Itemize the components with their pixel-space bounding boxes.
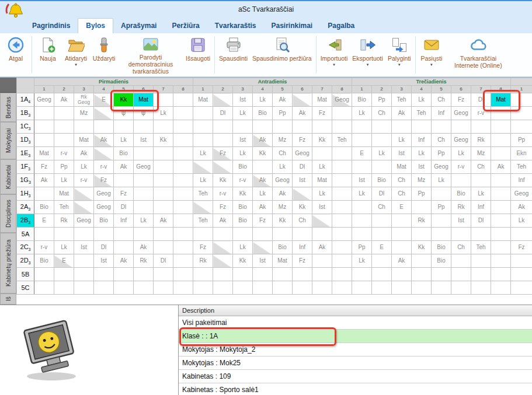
class-row-label-1a[interactable]: 1A4 xyxy=(17,93,34,107)
timetable-cell[interactable] xyxy=(54,107,74,120)
timetable-cell[interactable] xyxy=(293,268,312,281)
eksportuoti-button[interactable]: Eksportuoti▾ xyxy=(350,34,385,75)
timetable-cell[interactable] xyxy=(412,281,432,295)
timetable-cell[interactable]: Ak xyxy=(94,134,114,147)
timetable-cell[interactable]: Rk xyxy=(412,214,432,228)
timetable-cell[interactable] xyxy=(193,201,213,214)
timetable-cell[interactable] xyxy=(511,254,532,268)
timetable-cell[interactable] xyxy=(233,281,253,295)
timetable-cell[interactable]: Ch xyxy=(432,93,451,107)
timetable-cell[interactable]: Pp xyxy=(372,93,392,107)
class-row-label-2b[interactable]: 2B3 xyxy=(17,214,34,228)
timetable-cell[interactable]: Ch xyxy=(471,160,491,174)
timetable-cell[interactable]: Lk xyxy=(352,187,372,201)
timetable-cell[interactable] xyxy=(412,201,432,214)
timetable-cell[interactable] xyxy=(173,174,193,187)
timetable-cell[interactable] xyxy=(193,160,213,174)
tvarkaraščiai-internete-online-button[interactable]: Tvarkaraščiai Internete (Online) xyxy=(446,34,511,75)
timetable-cell[interactable]: Ak xyxy=(253,134,273,147)
timetable-cell[interactable] xyxy=(412,268,432,281)
timetable-cell[interactable] xyxy=(114,228,134,241)
timetable-cell[interactable]: Geog xyxy=(34,93,54,107)
timetable-cell[interactable] xyxy=(154,174,173,187)
timetable-cell[interactable]: Dl xyxy=(114,201,134,214)
timetable-cell[interactable] xyxy=(193,134,213,147)
timetable-cell[interactable] xyxy=(293,228,312,241)
timetable-cell[interactable] xyxy=(511,281,532,295)
timetable-cell[interactable]: Geog xyxy=(451,134,471,147)
class-row-label-1g[interactable]: 1G3 xyxy=(17,174,34,187)
timetable-cell[interactable] xyxy=(74,120,94,134)
timetable-cell[interactable]: Lk xyxy=(412,93,432,107)
timetable-cell[interactable]: Lk xyxy=(233,241,253,254)
timetable-cell[interactable]: Geog xyxy=(74,214,94,228)
timetable-cell[interactable] xyxy=(451,268,471,281)
timetable-cell[interactable]: Ist xyxy=(451,214,471,228)
timetable-cell[interactable]: Kk xyxy=(412,241,432,254)
timetable-cell[interactable]: Kk xyxy=(233,187,253,201)
timetable-cell[interactable]: Mz xyxy=(273,134,293,147)
timetable-cell[interactable] xyxy=(193,120,213,134)
timetable-cell[interactable] xyxy=(293,120,312,134)
timetable-cell[interactable] xyxy=(332,107,352,120)
timetable-cell[interactable] xyxy=(154,268,173,281)
timetable-cell[interactable]: Kk xyxy=(154,134,173,147)
timetable-cell[interactable]: Ak xyxy=(253,174,273,187)
timetable-cell[interactable]: Ak xyxy=(293,107,312,120)
timetable-cell[interactable] xyxy=(372,160,392,174)
timetable-cell[interactable] xyxy=(34,187,54,201)
timetable-cell[interactable]: Lk xyxy=(253,93,273,107)
timetable-cell[interactable] xyxy=(273,268,293,281)
side-tab-kabinetų-priežiūra[interactable]: Kabinetų priežiūra xyxy=(0,233,16,293)
class-row-label-5a[interactable]: 5A xyxy=(17,228,34,241)
timetable-cell[interactable]: Kk xyxy=(114,93,134,107)
timetable-cell[interactable]: Lk xyxy=(392,134,412,147)
timetable-cell[interactable]: Ak xyxy=(491,160,511,174)
timetable-cell[interactable]: Fz xyxy=(213,201,233,214)
timetable-cell[interactable]: Mat xyxy=(273,254,293,268)
timetable-cell[interactable]: Ist xyxy=(352,174,372,187)
side-tab-mokytojai[interactable]: Mokytojai xyxy=(0,122,16,159)
timetable-cell[interactable] xyxy=(372,268,392,281)
timetable-cell[interactable]: Ak xyxy=(74,147,94,160)
timetable-cell[interactable]: Fz xyxy=(94,174,114,187)
timetable-cell[interactable]: r-v xyxy=(34,241,54,254)
timetable-cell[interactable]: Ch xyxy=(432,134,451,147)
timetable-cell[interactable]: Geog xyxy=(94,187,114,201)
timetable-cell[interactable]: Ch xyxy=(451,241,471,254)
timetable-cell[interactable]: Lk xyxy=(233,107,253,120)
timetable-cell[interactable]: Mat xyxy=(392,160,412,174)
timetable-cell[interactable]: E xyxy=(392,201,412,214)
timetable-cell[interactable] xyxy=(332,160,352,174)
timetable-cell[interactable]: Mz xyxy=(74,107,94,120)
timetable-cell[interactable]: Pp xyxy=(432,147,451,160)
timetable-cell[interactable] xyxy=(134,120,154,134)
timetable-cell[interactable] xyxy=(491,241,511,254)
timetable-cell[interactable]: Mat xyxy=(134,93,154,107)
išsaugoti-button[interactable]: Išsaugoti xyxy=(183,34,213,75)
timetable-cell[interactable] xyxy=(471,254,491,268)
timetable-cell[interactable]: Teh xyxy=(412,107,432,120)
class-row-label-1h[interactable]: 1H3 xyxy=(17,187,34,201)
timetable-cell[interactable]: Lk xyxy=(233,147,253,160)
timetable-cell[interactable] xyxy=(491,134,511,147)
timetable-cell[interactable]: Ak xyxy=(312,241,332,254)
class-row-label-2a[interactable]: 2A3 xyxy=(17,201,34,214)
timetable-cell[interactable] xyxy=(372,281,392,295)
timetable-cell[interactable] xyxy=(352,214,372,228)
timetable-cell[interactable] xyxy=(173,93,193,107)
timetable-cell[interactable]: Fz xyxy=(253,214,273,228)
timetable-cell[interactable]: Bio xyxy=(253,107,273,120)
timetable-cell[interactable]: Lk xyxy=(432,174,451,187)
timetable-cell[interactable] xyxy=(491,107,511,120)
timetable-cell[interactable]: r-v xyxy=(451,160,471,174)
side-tab-iš[interactable]: Iš xyxy=(0,293,16,305)
timetable-cell[interactable]: Geog xyxy=(511,187,532,201)
timetable-cell[interactable]: Kk xyxy=(253,147,273,160)
timetable-cell[interactable]: r-v xyxy=(74,174,94,187)
timetable-cell[interactable] xyxy=(253,228,273,241)
timetable-cell[interactable] xyxy=(253,268,273,281)
timetable-cell[interactable] xyxy=(213,268,233,281)
timetable-cell[interactable]: Bio xyxy=(114,147,134,160)
timetable-cell[interactable] xyxy=(491,268,511,281)
